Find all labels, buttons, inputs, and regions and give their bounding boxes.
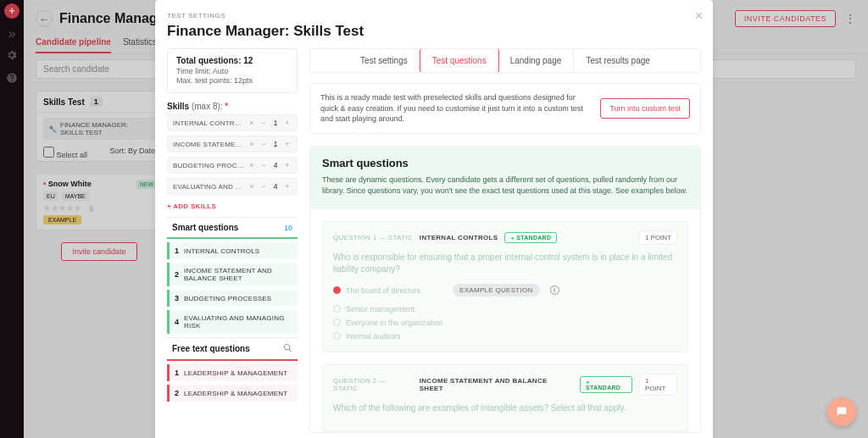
ready-text: This is a ready made test with preselect… bbox=[320, 92, 588, 125]
question-card: QUESTION 1 — STATIC INTERNAL CONTROLS ST… bbox=[322, 221, 688, 352]
points-badge: 1 POINT bbox=[639, 374, 677, 396]
option-label: Internal auditors bbox=[346, 332, 401, 341]
increase-icon[interactable]: + bbox=[283, 182, 292, 191]
skill-name: INCOME STATEMENT AND B… bbox=[173, 141, 244, 148]
time-limit: Time limit: Auto bbox=[176, 67, 288, 75]
tab-landing-page[interactable]: Landing page bbox=[498, 49, 575, 72]
skills-heading-a: Skills bbox=[167, 102, 192, 111]
answer-option[interactable]: The board of directors bbox=[333, 284, 420, 297]
close-icon[interactable]: × bbox=[695, 8, 703, 24]
radio-icon bbox=[333, 305, 341, 313]
question-meta: QUESTION 1 — STATIC bbox=[333, 234, 413, 241]
question-card: QUESTION 2 — STATIC INCOME STATEMENT AND… bbox=[322, 364, 688, 432]
skill-name: EVALUATING AND MANAGIN… bbox=[173, 183, 244, 191]
remove-skill-icon[interactable]: × bbox=[248, 161, 256, 169]
skills-heading: Skills (max 8): * bbox=[167, 102, 298, 111]
radio-icon bbox=[333, 332, 341, 340]
modal-left-column: Total questions: 12 Time limit: Auto Max… bbox=[155, 48, 304, 438]
item-title: LEADERSHIP & MANAGEMENT bbox=[184, 369, 287, 377]
remove-skill-icon[interactable]: × bbox=[248, 182, 256, 191]
radio-icon bbox=[333, 286, 341, 294]
tab-test-results[interactable]: Test results page bbox=[574, 49, 662, 72]
smart-question-item[interactable]: 2INCOME STATEMENT AND BALANCE SHEET bbox=[167, 263, 298, 286]
answer-option[interactable]: Senior management bbox=[333, 302, 677, 316]
decrease-icon[interactable]: − bbox=[259, 161, 268, 169]
skill-count: 1 bbox=[271, 140, 280, 148]
modal-tabs: Test settings Test questions Landing pag… bbox=[309, 48, 701, 73]
modal-right-column: Test settings Test questions Landing pag… bbox=[304, 48, 713, 438]
increase-icon[interactable]: + bbox=[283, 161, 292, 169]
test-settings-modal: × TEST SETTINGS Finance Manager: Skills … bbox=[155, 0, 713, 438]
chat-fab[interactable] bbox=[827, 397, 856, 426]
question-meta: QUESTION 2 — STATIC bbox=[333, 377, 413, 392]
item-title: INTERNAL CONTROLS bbox=[184, 247, 259, 255]
skill-row: EVALUATING AND MANAGIN… × − 4 + bbox=[167, 178, 298, 195]
remove-skill-icon[interactable]: × bbox=[248, 140, 256, 148]
question-text: Who is responsible for ensuring that a p… bbox=[333, 252, 677, 275]
remove-skill-icon[interactable]: × bbox=[248, 119, 256, 127]
smart-questions-count: 10 bbox=[284, 224, 292, 232]
option-label: The board of directors bbox=[346, 286, 420, 295]
modal-title: Finance Manager: Skills Test bbox=[167, 23, 701, 40]
tab-test-questions[interactable]: Test questions bbox=[420, 48, 499, 73]
search-icon[interactable] bbox=[283, 343, 292, 354]
item-number: 1 bbox=[175, 369, 179, 377]
smart-questions-label: Smart questions bbox=[172, 223, 238, 232]
modal-header: TEST SETTINGS Finance Manager: Skills Te… bbox=[155, 0, 713, 48]
turn-into-custom-button[interactable]: Turn into custom test bbox=[600, 98, 690, 119]
item-number: 2 bbox=[175, 389, 179, 397]
decrease-icon[interactable]: − bbox=[259, 182, 268, 191]
summary-card: Total questions: 12 Time limit: Auto Max… bbox=[167, 48, 298, 93]
question-skill: INTERNAL CONTROLS bbox=[420, 234, 498, 241]
difficulty-badge: STANDARD bbox=[580, 376, 632, 393]
max-points: Max. test points: 12pts bbox=[176, 76, 288, 85]
item-number: 4 bbox=[175, 318, 179, 326]
decrease-icon[interactable]: − bbox=[259, 119, 268, 127]
skill-count: 1 bbox=[271, 119, 280, 127]
smart-question-item[interactable]: 3BUDGETING PROCESSES bbox=[167, 290, 298, 307]
smart-panel-title: Smart questions bbox=[322, 157, 688, 169]
smart-questions-panel: Smart questions These are dynamic questi… bbox=[309, 146, 701, 433]
free-text-header[interactable]: Free text questions bbox=[167, 337, 298, 361]
item-title: EVALUATING AND MANAGING RISK bbox=[184, 314, 292, 330]
item-title: INCOME STATEMENT AND BALANCE SHEET bbox=[184, 267, 292, 282]
decrease-icon[interactable]: − bbox=[259, 140, 268, 148]
item-title: BUDGETING PROCESSES bbox=[184, 295, 271, 302]
free-text-label: Free text questions bbox=[172, 344, 250, 353]
info-icon[interactable]: i bbox=[550, 286, 559, 295]
smart-question-item[interactable]: 4EVALUATING AND MANAGING RISK bbox=[167, 310, 298, 334]
radio-icon bbox=[333, 319, 341, 326]
skill-count: 4 bbox=[271, 161, 280, 169]
item-number: 2 bbox=[175, 270, 179, 279]
option-label: Senior management bbox=[346, 305, 415, 313]
free-text-item[interactable]: 1LEADERSHIP & MANAGEMENT bbox=[167, 364, 298, 381]
free-text-item[interactable]: 2LEADERSHIP & MANAGEMENT bbox=[167, 385, 298, 402]
skill-name: INTERNAL CONTROLS bbox=[173, 119, 244, 127]
skills-heading-b: (max 8): bbox=[192, 102, 225, 111]
tab-test-settings[interactable]: Test settings bbox=[348, 49, 420, 72]
modal-kicker: TEST SETTINGS bbox=[167, 12, 701, 19]
smart-panel-desc: These are dynamic questions. Every candi… bbox=[322, 175, 688, 197]
answer-option[interactable]: Everyone in the organization bbox=[333, 316, 677, 330]
option-label: Everyone in the organization bbox=[346, 319, 442, 327]
smart-question-item[interactable]: 1INTERNAL CONTROLS bbox=[167, 242, 298, 259]
add-skills-link[interactable]: + ADD SKILLS bbox=[167, 199, 298, 217]
skill-row: INCOME STATEMENT AND B… × − 1 + bbox=[167, 136, 298, 152]
skill-count: 4 bbox=[271, 182, 280, 191]
increase-icon[interactable]: + bbox=[283, 140, 292, 148]
question-skill: INCOME STATEMENT AND BALANCE SHEET bbox=[420, 377, 573, 392]
question-text: Which of the following are examples of i… bbox=[333, 402, 677, 414]
skill-row: INTERNAL CONTROLS × − 1 + bbox=[167, 114, 298, 131]
points-badge: 1 POINT bbox=[639, 230, 677, 245]
total-questions: Total questions: 12 bbox=[176, 56, 288, 65]
skill-row: BUDGETING PROCESSES × − 4 + bbox=[167, 157, 298, 174]
ready-made-notice: This is a ready made test with preselect… bbox=[309, 83, 701, 134]
increase-icon[interactable]: + bbox=[283, 119, 292, 127]
smart-questions-header[interactable]: Smart questions 10 bbox=[167, 217, 298, 239]
difficulty-badge: STANDARD bbox=[504, 232, 557, 243]
item-title: LEADERSHIP & MANAGEMENT bbox=[184, 390, 287, 397]
item-number: 3 bbox=[175, 294, 179, 302]
chat-icon bbox=[835, 405, 849, 419]
answer-option[interactable]: Internal auditors bbox=[333, 330, 677, 343]
skill-name: BUDGETING PROCESSES bbox=[173, 162, 244, 169]
